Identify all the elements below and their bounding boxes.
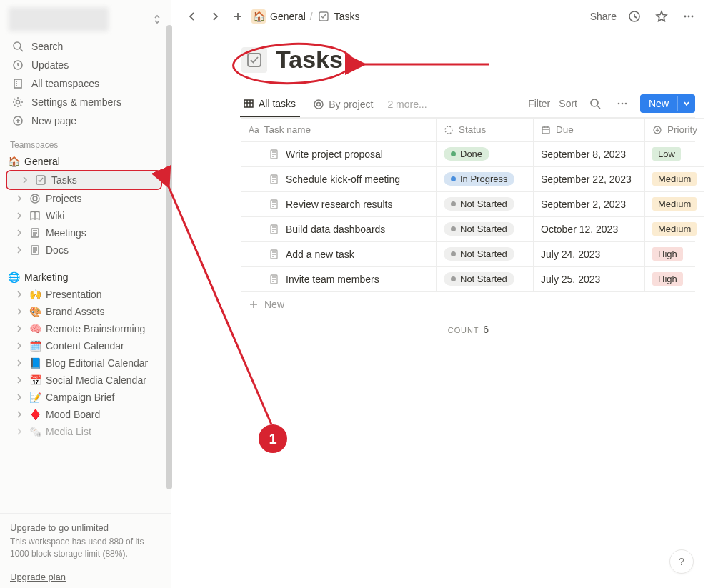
svg-point-14 [692,16,694,18]
sidebar-page-remote-brainstorming[interactable]: 🧠Remote Brainstorming [1,320,166,337]
cell-task-name[interactable]: Schedule kick-off meeting [241,166,436,191]
history-icon[interactable] [625,7,644,26]
help-button[interactable]: ? [669,549,694,574]
sidebar-item-all-teamspaces[interactable]: All teamspaces [4,74,166,93]
cell-status[interactable]: Not Started [436,191,533,216]
table-row[interactable]: Review research resultsNot StartedSeptem… [241,191,695,216]
sidebar-item-search[interactable]: Search [4,37,166,56]
view-tab-by-project[interactable]: By project [310,94,377,116]
sidebar-page-presentation[interactable]: 🙌Presentation [1,286,166,303]
col-task-name[interactable]: AaTask name [241,118,436,141]
chevron-right-icon[interactable] [14,289,24,299]
share-button[interactable]: Share [590,11,617,22]
star-icon[interactable] [652,7,671,26]
page-icon [269,249,280,260]
workspace-switcher[interactable] [0,0,171,36]
sidebar-page-blog-editorial-calendar[interactable]: 📘Blog Editorial Calendar [1,354,166,372]
cell-task-name[interactable]: Invite team members [241,266,436,291]
chevron-right-icon[interactable] [14,341,24,351]
breadcrumb-tasks[interactable]: Tasks [334,11,360,22]
sidebar-item-updates[interactable]: Updates [4,56,166,74]
new-button-dropdown[interactable] [677,96,695,111]
table-row[interactable]: Write project proposalDoneSeptember 8, 2… [241,141,695,166]
cell-due[interactable]: October 12, 2023 [533,216,644,241]
upgrade-plan-link[interactable]: Upgrade plan [10,572,66,582]
chevron-right-icon[interactable] [14,358,24,368]
cell-status[interactable]: Not Started [436,216,533,241]
col-priority[interactable]: Priority [644,118,704,141]
sidebar-page-media-list[interactable]: 🗞️Media List [1,423,166,440]
sidebar-page-social-media-calendar[interactable]: 📅Social Media Calendar [1,372,166,389]
breadcrumb-general[interactable]: General [270,11,306,22]
chevron-right-icon[interactable] [14,375,24,385]
cell-task-name[interactable]: Build data dashboards [241,216,436,241]
view-tab-all-tasks[interactable]: All tasks [240,94,300,117]
views-more[interactable]: 2 more... [387,94,427,116]
cell-due[interactable]: September 22, 2023 [533,166,644,191]
cell-task-name[interactable]: Review research results [241,191,436,216]
col-status[interactable]: Status [436,118,533,141]
cell-status[interactable]: Not Started [436,266,533,291]
chevron-right-icon[interactable] [14,392,24,402]
more-icon[interactable] [613,94,632,113]
sort-button[interactable]: Sort [559,98,577,109]
cell-status[interactable]: Not Started [436,241,533,266]
sidebar-page-content-calendar[interactable]: 🗓️Content Calendar [1,337,166,354]
sidebar-page-wiki[interactable]: Wiki [1,207,166,224]
nav-forward-button[interactable] [206,7,224,26]
sidebar-item-new-page[interactable]: New page [4,111,166,130]
chevron-right-icon[interactable] [14,245,24,255]
new-button[interactable]: New [640,94,695,113]
chevron-right-icon[interactable] [14,307,24,317]
more-icon[interactable] [679,7,698,26]
sidebar-page-tasks[interactable]: Tasks [7,171,161,189]
cell-due[interactable]: July 24, 2023 [533,241,644,266]
add-row-button[interactable]: New [241,291,695,317]
chevron-right-icon[interactable] [14,427,24,437]
sidebar-page-mood-board[interactable]: ♦️Mood Board [1,406,166,423]
chevron-right-icon[interactable] [14,324,24,334]
sidebar-page-docs[interactable]: Docs [1,241,166,259]
sidebar-page-campaign-brief[interactable]: 📝Campaign Brief [1,389,166,406]
sidebar-page-meetings[interactable]: Meetings [1,224,166,241]
chevron-right-icon[interactable] [14,194,24,204]
task-name-text: Schedule kick-off meeting [286,174,400,185]
cell-status[interactable]: In Progress [436,166,533,191]
cell-priority[interactable]: Medium [644,191,704,216]
new-button-label[interactable]: New [640,94,677,113]
page-title[interactable]: Tasks [276,46,343,74]
table-row[interactable]: Invite team membersNot StartedJuly 25, 2… [241,266,695,291]
col-due[interactable]: Due [533,118,644,141]
sidebar-item-settings[interactable]: Settings & members [4,93,166,111]
cell-status[interactable]: Done [436,141,533,166]
cell-due[interactable]: September 2, 2023 [533,191,644,216]
cell-task-name[interactable]: Write project proposal [241,141,436,166]
sidebar-page-projects[interactable]: Projects [1,190,166,207]
cell-priority[interactable]: High [644,241,695,266]
teamspace-marketing[interactable]: 🌐 Marketing [1,269,166,286]
cell-due[interactable]: July 25, 2023 [533,266,644,291]
cell-priority[interactable]: High [644,266,695,291]
teamspace-general[interactable]: 🏠 General [1,153,166,170]
table-row[interactable]: Schedule kick-off meetingIn ProgressSept… [241,166,695,191]
cell-priority[interactable]: Medium [644,166,704,191]
cell-priority[interactable]: Medium [644,216,704,241]
new-tab-button[interactable] [229,7,247,26]
table-row[interactable]: Build data dashboardsNot StartedOctober … [241,216,695,241]
chevron-right-icon[interactable] [14,409,24,419]
page-label: Remote Brainstorming [46,323,145,334]
chevron-right-icon[interactable] [14,211,24,221]
table-row[interactable]: Add a new taskNot StartedJuly 24, 2023Hi… [241,241,695,266]
chevron-updown-icon[interactable] [151,13,164,26]
cell-due[interactable]: September 8, 2023 [533,141,644,166]
nav-back-button[interactable] [183,7,201,26]
search-icon[interactable] [586,94,604,113]
priority-tag: High [652,272,683,286]
chevron-right-icon[interactable] [20,175,30,185]
filter-button[interactable]: Filter [528,98,550,109]
sidebar-page-brand-assets[interactable]: 🎨Brand Assets [1,303,166,320]
page-icon[interactable] [241,47,267,73]
cell-priority[interactable]: Low [644,141,695,166]
cell-task-name[interactable]: Add a new task [241,241,436,266]
chevron-right-icon[interactable] [14,228,24,238]
